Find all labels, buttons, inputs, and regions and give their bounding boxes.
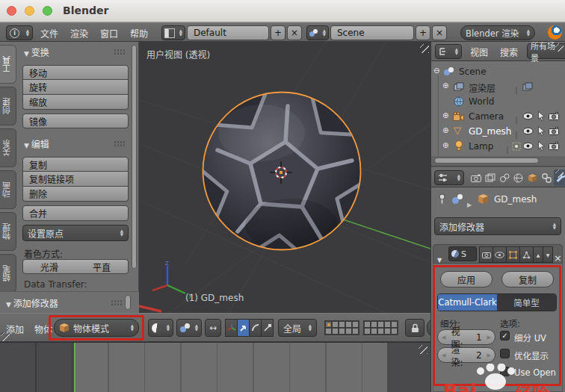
outliner-hscroll-thumb[interactable] <box>434 158 539 164</box>
manipulator-axes-icon[interactable] <box>225 319 238 337</box>
modifier-name-field[interactable]: S <box>448 246 477 261</box>
area-resize-corner[interactable] <box>419 345 427 354</box>
outliner-row-gdmesh[interactable]: ⊕ ▽ GD_mesh <box>431 124 565 139</box>
modifier-cage-toggle[interactable] <box>519 246 534 263</box>
scene-name-field[interactable]: Scene <box>330 25 414 40</box>
outliner-search-menu[interactable]: 搜索 <box>500 46 518 58</box>
maximize-window-button[interactable] <box>43 6 52 16</box>
subdivide-uv-checkbox[interactable] <box>500 331 510 340</box>
outliner-hscroll-track[interactable] <box>431 156 565 166</box>
tab-render-layers-icon[interactable] <box>483 169 497 186</box>
screen-layout-browse-button[interactable] <box>161 25 185 40</box>
screen-layout-name-field[interactable]: Default <box>187 25 269 40</box>
panel-header-edit[interactable]: 编辑 <box>24 137 49 150</box>
collapse-icon[interactable]: ⊖ <box>433 67 439 75</box>
context-scene-icon[interactable] <box>452 194 463 204</box>
manipulator-scale-icon[interactable] <box>261 319 274 337</box>
add-layout-button[interactable]: + <box>271 25 285 40</box>
area-resize-corner[interactable] <box>555 169 564 178</box>
renderability-camera-icon[interactable] <box>549 142 559 150</box>
delete-modifier-button[interactable] <box>554 250 562 264</box>
editor-type-info-button[interactable]: i <box>6 25 33 40</box>
current-frame-playhead[interactable] <box>73 343 75 392</box>
modifier-render-toggle[interactable] <box>479 246 493 263</box>
toolshelf-scrollbar[interactable] <box>132 45 137 269</box>
duplicate-button[interactable]: 复制 <box>22 157 129 172</box>
minimize-window-button[interactable] <box>25 6 34 16</box>
rotate-button[interactable]: 旋转 <box>22 80 129 95</box>
simple-option[interactable]: 简单型 <box>497 294 556 311</box>
optimal-display-checkbox[interactable] <box>500 349 510 358</box>
add-menu[interactable]: 添加 <box>6 323 24 335</box>
tab-render-icon[interactable] <box>469 169 483 186</box>
close-window-button[interactable] <box>7 6 16 16</box>
tab-physics[interactable]: 物理 <box>0 212 16 251</box>
shade-flat-button[interactable]: 平直 <box>75 259 129 274</box>
modifier-editmode-toggle[interactable] <box>506 246 520 263</box>
renderability-camera-icon[interactable] <box>549 127 559 135</box>
visibility-eye-icon[interactable] <box>522 142 534 150</box>
menu-file[interactable]: 文件 <box>40 27 58 40</box>
render-subdivisions-slider[interactable]: 渲染: 2 <box>437 347 495 363</box>
pivot-point-dropdown[interactable] <box>176 319 202 337</box>
panel-scroll-nub[interactable] <box>125 295 131 310</box>
tab-scene-icon[interactable] <box>497 169 511 186</box>
transform-orientation-dropdown[interactable]: 全局 <box>278 319 317 337</box>
area-resize-corner[interactable] <box>420 44 429 53</box>
editor-type-properties-button[interactable] <box>434 170 464 185</box>
expand-icon[interactable]: ⊕ <box>442 127 448 134</box>
menu-help[interactable]: 帮助 <box>130 27 148 40</box>
manipulator-translate-icon[interactable] <box>237 319 250 337</box>
expand-icon[interactable]: ⊕ <box>442 112 448 119</box>
delete-button[interactable]: 删除 <box>22 187 129 202</box>
delete-layout-button[interactable]: × <box>287 25 302 40</box>
renderability-camera-icon[interactable] <box>549 112 559 120</box>
layers-grid-left[interactable] <box>324 320 359 335</box>
duplicate-linked-button[interactable]: 复制链接项 <box>22 172 129 187</box>
render-layers-toggle-icon[interactable] <box>522 82 533 91</box>
timeline[interactable] <box>0 342 430 392</box>
layers-grid-right[interactable] <box>363 320 398 335</box>
outliner-row-lamp[interactable]: ⊕ Lamp <box>431 139 565 154</box>
panel-header-add-modifier[interactable]: 添加修改器 <box>6 296 58 309</box>
scene-browse-button[interactable] <box>306 25 329 40</box>
add-modifier-dropdown[interactable]: 添加修改器 <box>434 217 561 235</box>
pin-icon[interactable] <box>437 193 447 204</box>
tab-grease-pencil[interactable]: 蜡笔 <box>0 254 16 293</box>
viewport-3d[interactable]: 用户视图 (透视) <box>139 42 430 313</box>
delete-scene-button[interactable]: × <box>432 25 447 40</box>
expand-icon[interactable]: ⊕ <box>442 82 448 90</box>
tab-object-icon[interactable] <box>525 169 540 186</box>
tab-create[interactable]: 创建 <box>0 87 16 125</box>
panel-header-transform[interactable]: 变换 <box>24 46 49 58</box>
manipulator-rotate-icon[interactable] <box>249 319 262 337</box>
scene-lock-toggle[interactable] <box>405 319 424 337</box>
move-modifier-up-button[interactable]: ▲ <box>533 246 543 263</box>
tab-relations[interactable]: 关系 <box>0 128 16 167</box>
panel-drag-handle[interactable] <box>114 140 125 147</box>
editor-type-outliner-button[interactable] <box>435 44 462 59</box>
tab-world-icon[interactable] <box>511 169 525 186</box>
breadcrumb-cube-icon[interactable] <box>478 193 489 205</box>
join-button[interactable]: 合并 <box>22 205 129 221</box>
scale-button[interactable]: 缩放 <box>22 95 129 110</box>
selectability-cursor-icon[interactable] <box>537 141 546 151</box>
move-modifier-down-button[interactable]: ▼ <box>543 246 553 263</box>
area-resize-corner[interactable] <box>555 43 564 52</box>
visibility-eye-icon[interactable] <box>522 127 534 135</box>
panel-drag-handle[interactable] <box>111 299 122 306</box>
add-scene-button[interactable]: + <box>416 25 430 40</box>
modifier-viewport-toggle[interactable] <box>493 246 507 263</box>
outliner-row-world[interactable]: World <box>431 94 565 109</box>
selectability-cursor-icon[interactable] <box>537 111 546 121</box>
tab-animation[interactable]: 动画 <box>0 170 16 209</box>
catmull-clark-option[interactable]: Catmull-Clark <box>438 294 497 311</box>
apply-modifier-button[interactable]: 应用 <box>440 271 493 287</box>
outliner-row-scene[interactable]: ⊖ Scene <box>431 64 565 79</box>
tab-tools[interactable]: 工具 <box>0 45 16 84</box>
outliner-row-renderlayers[interactable]: ⊕ 渲染层 <box>431 79 565 94</box>
tab-constraints-icon[interactable] <box>540 169 554 186</box>
outliner-row-camera[interactable]: ⊕ Camera <box>431 109 565 124</box>
expand-icon[interactable]: ⊕ <box>442 142 448 149</box>
copy-modifier-button[interactable]: 复制 <box>501 271 554 287</box>
